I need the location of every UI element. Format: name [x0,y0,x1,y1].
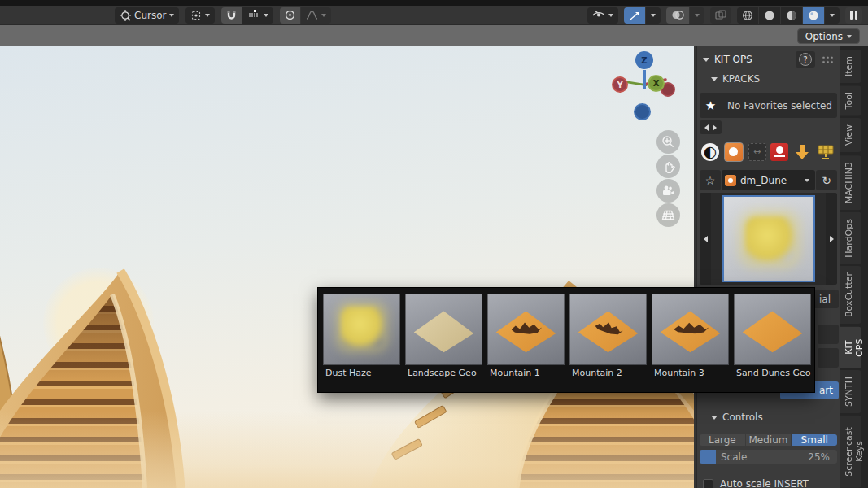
gallery-item-label: Sand Dunes Geo [734,365,811,378]
hidden-button-fragment[interactable] [818,348,839,368]
gizmo-y-ball[interactable]: Y [612,76,628,93]
zoom-button[interactable] [656,130,680,154]
navigation-gizmo[interactable]: Z Y X [608,50,687,237]
solar-panel-button[interactable] [816,143,835,161]
perspective-toggle-button[interactable] [656,203,680,227]
controls-header-row[interactable]: Controls [700,409,837,425]
proportional-falloff-dropdown[interactable] [301,7,331,24]
overlays-dropdown[interactable] [690,7,704,24]
scale-slider-fill [700,450,716,464]
size-small-button[interactable]: Small [792,434,837,446]
shading-dropdown[interactable] [825,7,840,24]
tab-synth[interactable]: SYNTH [840,370,861,413]
gallery-item[interactable]: Mountain 3 [652,294,729,392]
auto-scale-checkbox[interactable] [703,479,713,488]
tab-machin3[interactable]: MACHIN3 [840,155,861,210]
topbar-strip [0,0,868,6]
active-tool-dropdown[interactable]: Cursor [115,7,179,24]
gallery-item[interactable]: Dust Haze [323,294,400,392]
gallery-item-label: Mountain 3 [652,365,729,378]
tab-item[interactable]: Item [840,50,861,83]
overlays-icon [671,10,684,20]
pivot-point-dropdown[interactable] [185,7,215,24]
gallery-item[interactable]: Sand Dunes Geo [734,294,811,392]
red-dot-icon [776,146,783,154]
tab-hardops[interactable]: HardOps [840,212,861,264]
favorites-field[interactable]: No Favorites selected [722,93,837,118]
gallery-item[interactable]: Landscape Geo [405,294,482,392]
red-bar-icon [774,155,785,157]
tab-kitops[interactable]: KIT OPS [840,327,861,368]
sidebar-tabstrip: Item Tool View MACHIN3 HardOps BoxCutter… [840,46,868,488]
kpack-select[interactable]: dm_Dune [722,170,815,190]
shading-rendered-button[interactable] [803,7,824,24]
chevron-down-icon [805,179,809,182]
help-button[interactable]: ? [796,51,815,68]
panel-header-row: KIT OPS ? [700,50,837,68]
tab-boxcutter[interactable]: BoxCutter [840,266,861,324]
xray-toggle[interactable] [710,7,731,24]
overlays-toggle[interactable] [666,7,689,24]
gallery-item-label: Dust Haze [323,365,400,378]
proportional-edit-toggle[interactable] [280,7,300,24]
camera-icon [661,185,676,197]
size-medium-button[interactable]: Medium [746,434,792,446]
chevron-down-icon [830,14,835,17]
shading-material-button[interactable] [781,7,802,24]
favorites-prev-next-buttons[interactable] [700,120,722,134]
preview-open-gallery[interactable] [711,193,826,285]
insert-preview-browser [700,193,837,285]
panel-title: KIT OPS [714,54,752,65]
tab-tool[interactable]: Tool [840,85,861,115]
chevron-down-icon [847,35,852,38]
preview-prev-button[interactable] [700,193,711,285]
hidden-button-fragment[interactable] [818,325,839,344]
object-visibility-dropdown[interactable] [587,7,618,24]
size-large-button[interactable]: Large [700,434,745,446]
pan-button[interactable] [656,155,680,178]
favorite-star-button[interactable]: ★ [700,93,722,118]
insert-size-buttons: Large Medium Small [700,431,837,448]
kpack-favorite-button[interactable]: ☆ [700,170,721,190]
download-arrow-button[interactable] [793,143,811,161]
kpacks-header-row[interactable]: KPACKS [700,72,837,86]
pause-button[interactable] [845,7,862,24]
preview-next-button[interactable] [826,193,837,285]
theme-half-tone-icon[interactable]: ◐ [701,143,719,161]
snap-settings-dropdown[interactable] [242,7,273,24]
controls-title: Controls [722,412,763,423]
gizmos-dropdown[interactable] [646,7,661,24]
pivot-icon [190,10,202,21]
viewport-3d[interactable]: Z Y X [0,46,694,488]
gallery-item[interactable]: Mountain 2 [569,294,647,392]
prev-arrow-icon [704,124,709,131]
ghost-insert-button[interactable]: ↔ [748,143,766,161]
scale-label: Scale [721,451,747,463]
refresh-icon: ↻ [822,174,831,187]
shading-wireframe-button[interactable] [737,7,758,24]
gizmo-x-ball[interactable]: X [648,75,665,92]
blender-window: Cursor [0,0,868,488]
cursor-tool-icon [120,10,131,21]
scale-slider[interactable]: Scale 25% [700,450,837,464]
tab-view[interactable]: View [840,118,861,152]
gallery-item[interactable]: Mountain 1 [487,294,565,392]
refresh-button[interactable]: ↻ [816,170,837,190]
drag-grip-icon[interactable] [822,55,834,64]
collapse-arrow-icon[interactable] [703,58,709,62]
material-button-fragment[interactable]: ial [811,290,839,308]
snap-toggle-button[interactable] [221,7,242,24]
scale-value: 25% [808,451,830,463]
mountain-3-thumb [652,294,729,365]
camera-view-button[interactable] [656,179,680,203]
kitops-mode-button[interactable] [724,142,744,162]
kpack-name: dm_Dune [740,175,787,186]
gizmos-toggle[interactable] [624,7,645,24]
gizmo-minus-z-ball[interactable] [634,103,651,120]
tab-screencast-keys[interactable]: Screencast Keys [840,416,861,488]
shading-solid-button[interactable] [759,7,780,24]
gizmo-z-ball[interactable]: Z [635,51,653,69]
insert-gallery-dropdown: Dust Haze Landscape Geo Mountain 1 Mount… [317,287,815,393]
options-button[interactable]: Options [797,28,860,44]
remove-insert-button[interactable] [770,143,788,161]
